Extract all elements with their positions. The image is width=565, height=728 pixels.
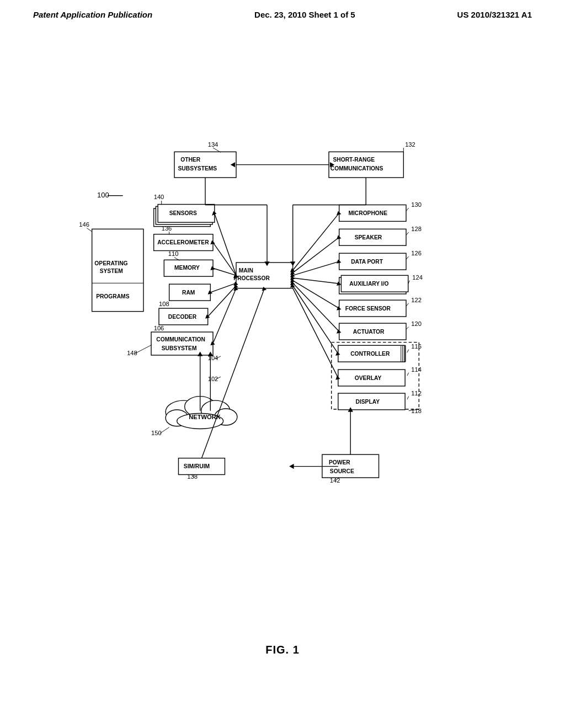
ref-116: 116 [411,343,422,350]
ref-150: 150 [151,430,162,436]
short-range-label2: COMMUNICATIONS [331,165,383,172]
ref-114: 114 [411,366,422,373]
svg-line-107 [293,288,338,378]
power-source-label: POWER [329,459,350,465]
comm-sub-label2: SUBSYSTEM [162,345,197,351]
svg-line-77 [210,283,236,292]
ref-106: 106 [154,325,164,331]
sensors-label: SENSORS [169,210,197,216]
svg-line-92 [293,261,339,275]
speaker-label: SPEAKER [355,234,382,240]
display-label: DISPLAY [356,399,380,405]
svg-line-83 [213,288,236,344]
page-header: Patent Application Publication Dec. 23, … [0,0,565,19]
other-sub-label: OTHER [180,157,200,163]
comm-sub-label: COMMUNICATION [156,336,205,342]
svg-line-98 [293,281,339,308]
diagram-svg: 100 MAIN PROCESSOR OPERATING SYSTEM PROG… [33,77,532,618]
os-label2: SYSTEM [100,268,123,274]
svg-line-74 [213,268,236,275]
svg-line-113 [201,288,264,458]
decoder-label: DECODER [168,314,197,320]
other-sub-label2: SUBSYSTEMS [178,165,217,172]
programs-label: PROGRAMS [96,293,130,299]
ref-112: 112 [411,390,422,397]
date-sheet: Dec. 23, 2010 Sheet 1 of 5 [254,10,355,19]
svg-line-101 [293,283,339,331]
ref-108: 108 [159,301,169,307]
ref-130: 130 [411,201,422,208]
ref-124: 124 [412,274,423,281]
overlay-label: OVERLAY [355,375,382,381]
svg-rect-44 [329,152,403,178]
main-processor-label2: PROCESSOR [233,275,270,281]
svg-line-95 [293,278,339,283]
svg-line-4 [87,228,92,232]
svg-rect-42 [174,152,236,178]
ref-126: 126 [411,250,422,256]
figure-label: FIG. 1 [265,644,300,656]
svg-line-71 [213,243,236,276]
svg-line-68 [215,213,236,275]
svg-rect-15 [151,332,213,355]
svg-line-104 [293,286,338,354]
patent-number: US 2010/321321 A1 [457,10,532,19]
ref-128: 128 [411,226,422,232]
data-port-label: DATA PORT [351,259,383,265]
force-sensor-label: FORCE SENSOR [345,306,391,312]
svg-line-86 [293,213,339,270]
ref-120: 120 [411,320,422,327]
ref-122: 122 [411,297,422,303]
aux-io-label: AUXILIARY I/O [349,281,388,287]
ref-134: 134 [208,141,218,148]
pub-label: Patent Application Publication [33,10,152,19]
ref-136: 136 [162,225,172,232]
ref-140: 140 [154,194,164,200]
ref-146: 146 [79,221,89,228]
memory-label: MEMORY [174,265,200,271]
ram-label: RAM [182,290,195,296]
ref-138: 138 [187,473,198,480]
diagram-area: 100 MAIN PROCESSOR OPERATING SYSTEM PROG… [33,77,532,618]
svg-line-80 [208,286,236,317]
sim-label: SIM/RUIM [184,463,210,469]
os-label: OPERATING [94,260,127,266]
ref-132: 132 [405,141,415,148]
ref-100: 100 [97,191,109,199]
svg-marker-118 [289,464,294,469]
main-processor-label: MAIN [239,267,253,274]
microphone-label: MICROPHONE [348,210,387,216]
power-source-label2: SOURCE [330,468,354,474]
ref-118: 118 [411,408,422,414]
network-cloud: NETWORK [166,397,237,429]
ref-110: 110 [168,250,179,257]
accelerometer-label: ACCELEROMETER [157,239,209,245]
short-range-label: SHORT-RANGE [333,157,375,163]
controller-label: CONTROLLER [350,351,390,357]
actuator-label: ACTUATOR [353,329,385,335]
svg-line-89 [293,237,339,272]
